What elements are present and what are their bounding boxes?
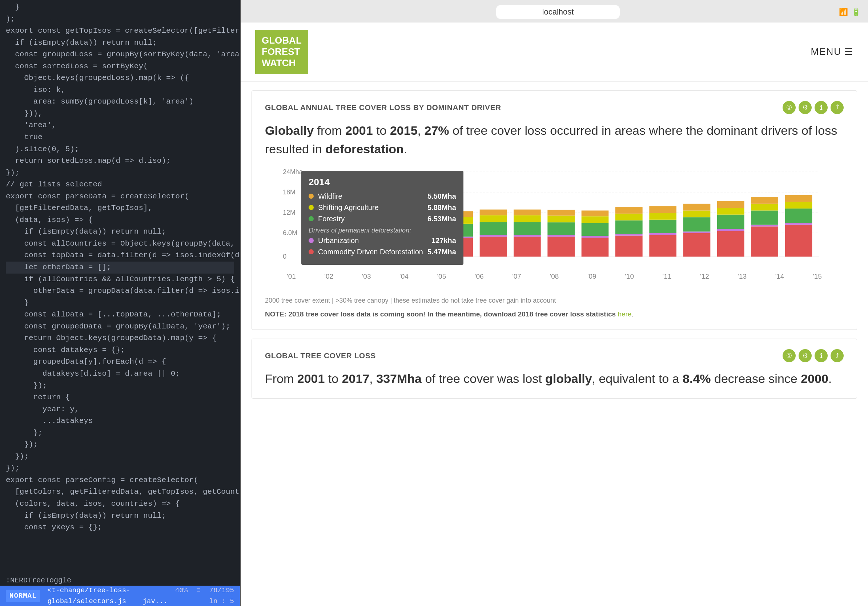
svg-rect-77: [751, 210, 778, 224]
x-label-02: '02: [324, 272, 333, 280]
status-filepath: <t-change/tree-loss-global/selectors.js …: [47, 585, 168, 606]
x-label-03: '03: [362, 272, 371, 280]
widget2-title: GLOBAL TREE COVER LOSS: [265, 351, 376, 360]
svg-rect-63: [649, 213, 676, 220]
svg-rect-51: [581, 236, 609, 238]
svg-rect-43: [514, 215, 541, 222]
widget-icon-share[interactable]: ⤴: [831, 101, 844, 114]
svg-rect-67: [684, 217, 711, 232]
address-bar[interactable]: localhost: [496, 5, 620, 19]
widget2-icon-settings[interactable]: ⚙: [798, 349, 812, 362]
status-line: 78/195 ln : 5: [209, 585, 234, 606]
widget2-title-row: GLOBAL TREE COVER LOSS ① ⚙ ℹ ⤴: [265, 349, 844, 362]
svg-text:24Mha: 24Mha: [283, 168, 302, 175]
svg-rect-74: [717, 201, 744, 208]
svg-rect-83: [785, 202, 812, 209]
widget-icon-1[interactable]: ①: [783, 101, 796, 114]
svg-rect-76: [751, 224, 778, 226]
tooltip-item-urbanization: Urbanization 127kha: [308, 237, 456, 245]
menu-button[interactable]: MENU ☰: [811, 46, 854, 57]
forestry-label: Forestry: [318, 215, 423, 223]
note-link[interactable]: here: [618, 310, 631, 318]
address-bar-container: localhost: [496, 5, 620, 19]
browser-top-bar: localhost 📶 🔋: [248, 5, 861, 19]
svg-rect-66: [684, 232, 711, 233]
wildfire-dot: [308, 194, 314, 199]
svg-rect-82: [785, 208, 812, 223]
svg-rect-78: [751, 204, 778, 210]
gfw-header: GLOBAL FOREST WATCH MENU ☰: [240, 23, 868, 82]
urban-value: 127kha: [431, 237, 456, 245]
tooltip-item-shifting: Shifting Agriculture 5.88Mha: [308, 204, 456, 212]
x-label-07: '07: [512, 272, 521, 280]
svg-rect-49: [547, 210, 575, 215]
svg-rect-54: [581, 210, 609, 216]
chart-x-labels: '01 '02 '03 '04 '05 '06 '07 '08 '09 '10 …: [265, 270, 844, 280]
logo-line-2: FOREST: [262, 46, 302, 57]
svg-rect-60: [649, 235, 676, 257]
commodity-label: Commodity Driven Deforestation: [318, 248, 423, 256]
browser-panel: localhost 📶 🔋 GLOBAL FOREST WATCH MENU ☰: [240, 0, 868, 606]
urban-dot: [308, 238, 314, 243]
svg-rect-72: [717, 214, 744, 229]
svg-rect-59: [615, 207, 643, 213]
svg-rect-39: [480, 209, 507, 215]
svg-rect-71: [717, 229, 744, 231]
gfw-logo: GLOBAL FOREST WATCH: [255, 30, 308, 74]
widget2-icon-1[interactable]: ①: [783, 349, 796, 362]
widget2-icon-share[interactable]: ⤴: [831, 349, 844, 362]
logo-line-3: WATCH: [262, 57, 302, 69]
x-label-01: '01: [287, 272, 296, 280]
forestry-value: 6.53Mha: [428, 215, 456, 223]
commodity-value: 5.47Mha: [428, 248, 456, 256]
svg-rect-65: [684, 233, 711, 257]
widget-icon-info[interactable]: ℹ: [815, 101, 828, 114]
svg-rect-70: [717, 231, 744, 257]
tooltip-item-wildfire: Wildfire 5.50Mha: [308, 192, 456, 201]
svg-rect-47: [547, 223, 575, 235]
x-label-05: '05: [437, 272, 446, 280]
wildfire-label: Wildfire: [318, 192, 423, 201]
svg-rect-81: [785, 223, 812, 225]
svg-rect-69: [684, 204, 711, 210]
svg-rect-40: [514, 237, 541, 257]
wifi-icon: 📶: [839, 8, 848, 17]
chart-tooltip: 2014 Wildfire 5.50Mha Shifting Agricultu…: [301, 171, 463, 265]
status-indicators: 📶 🔋: [839, 8, 861, 17]
svg-rect-53: [581, 216, 609, 223]
status-progress: ≡: [196, 585, 200, 606]
svg-rect-61: [649, 233, 676, 235]
forestry-dot: [308, 216, 314, 221]
svg-rect-84: [785, 195, 812, 202]
svg-rect-73: [717, 208, 744, 215]
svg-rect-56: [615, 233, 643, 235]
website-content[interactable]: GLOBAL FOREST WATCH MENU ☰ GLOBAL ANNUAL…: [240, 23, 868, 606]
svg-rect-55: [615, 235, 643, 257]
widget2-stat-text: From 2001 to 2017, 337Mha of tree cover …: [265, 369, 844, 388]
x-label-15: '15: [813, 272, 822, 280]
widget-footnote: 2000 tree cover extent | >30% tree canop…: [265, 296, 844, 306]
svg-rect-57: [615, 220, 643, 233]
widget2-icon-info[interactable]: ℹ: [815, 349, 828, 362]
menu-icon: ☰: [845, 46, 854, 57]
widget-title: GLOBAL ANNUAL TREE COVER LOSS BY DOMINAN…: [265, 103, 501, 112]
vim-mode: NORMAL: [6, 590, 40, 602]
svg-rect-62: [649, 220, 676, 233]
svg-rect-37: [480, 222, 507, 235]
widget-title-row: GLOBAL ANNUAL TREE COVER LOSS BY DOMINAN…: [265, 101, 844, 114]
wildfire-value: 5.50Mha: [428, 192, 456, 201]
status-percent: 40%: [175, 585, 188, 606]
x-label-09: '09: [587, 272, 597, 280]
widget-icon-settings[interactable]: ⚙: [798, 101, 812, 114]
svg-text:0: 0: [283, 253, 287, 260]
svg-rect-48: [547, 215, 575, 223]
widget2-action-icons: ① ⚙ ℹ ⤴: [783, 349, 844, 362]
widget-dominant-driver: GLOBAL ANNUAL TREE COVER LOSS BY DOMINAN…: [251, 90, 857, 330]
x-label-04: '04: [400, 272, 409, 280]
menu-label: MENU: [811, 46, 842, 57]
battery-icon: 🔋: [852, 8, 861, 17]
shifting-dot: [308, 205, 314, 210]
svg-text:18M: 18M: [283, 188, 295, 195]
status-right: 40% ≡ 78/195 ln : 5: [175, 585, 234, 606]
tooltip-item-commodity: Commodity Driven Deforestation 5.47Mha: [308, 248, 456, 256]
